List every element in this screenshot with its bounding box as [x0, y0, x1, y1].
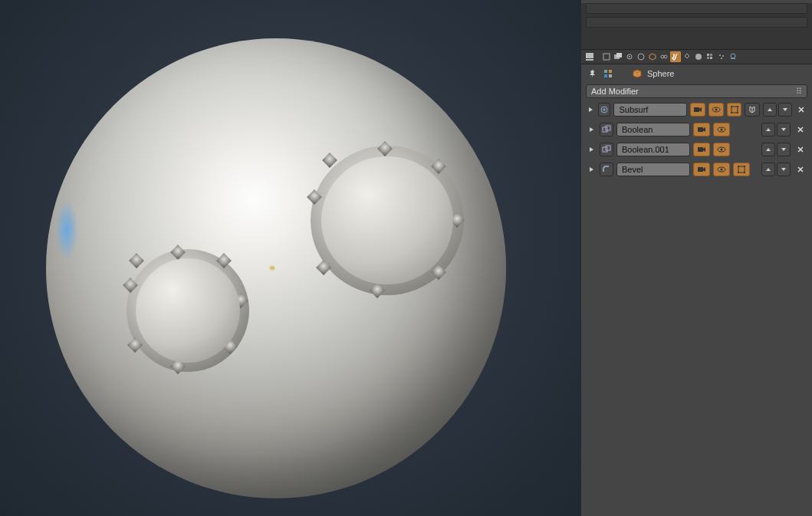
move-up-button[interactable]	[761, 143, 775, 156]
reflection-highlight	[55, 199, 78, 261]
modifier-name-field[interactable]: Boolean.001	[616, 143, 690, 156]
cage-toggle[interactable]	[745, 103, 760, 117]
mesh-cube-icon	[632, 68, 643, 79]
render-visibility-toggle[interactable]	[693, 163, 710, 176]
modifier-row-bevel: Bevel	[586, 161, 807, 178]
svg-rect-40	[698, 147, 703, 152]
viewport-3d[interactable]	[0, 0, 580, 516]
realtime-visibility-toggle[interactable]	[708, 103, 724, 117]
expand-toggle[interactable]	[586, 124, 597, 135]
tab-particles[interactable]	[716, 51, 727, 62]
context-breadcrumb: Sphere	[581, 64, 812, 83]
modifier-row-subsurf: Subsurf	[586, 101, 807, 118]
move-up-button[interactable]	[763, 103, 777, 117]
boolean-hole-left	[127, 249, 249, 372]
svg-point-42	[721, 149, 723, 151]
svg-rect-38	[603, 147, 607, 152]
tab-material[interactable]	[693, 51, 704, 62]
svg-rect-35	[698, 127, 703, 132]
modifier-row-boolean-001: Boolean.001	[586, 141, 807, 158]
svg-rect-39	[606, 146, 610, 150]
outliner-collapsed[interactable]	[581, 3, 812, 49]
move-up-button[interactable]	[761, 163, 775, 176]
svg-rect-0	[586, 53, 593, 58]
delete-modifier-button[interactable]	[795, 103, 807, 117]
svg-point-18	[731, 54, 735, 58]
svg-point-6	[629, 56, 630, 58]
svg-point-29	[731, 106, 732, 107]
svg-rect-43	[698, 167, 703, 172]
tab-physics[interactable]	[728, 51, 738, 62]
svg-rect-13	[707, 57, 709, 59]
modifier-name-field[interactable]: Bevel	[616, 163, 690, 176]
delete-modifier-button[interactable]	[794, 143, 807, 156]
tab-world[interactable]	[636, 51, 646, 62]
svg-rect-1	[586, 59, 593, 61]
editmode-visibility-toggle[interactable]	[733, 163, 750, 176]
properties-tabs	[581, 49, 812, 64]
add-modifier-dropdown[interactable]: Add Modifier ⠿	[586, 84, 807, 98]
svg-point-48	[744, 166, 745, 167]
svg-point-50	[744, 172, 745, 173]
svg-point-45	[721, 169, 723, 171]
render-visibility-toggle[interactable]	[693, 123, 710, 136]
modifier-stack: SubsurfBooleanBoolean.001Bevel	[581, 101, 812, 178]
svg-point-17	[721, 58, 722, 59]
svg-rect-11	[707, 54, 709, 56]
move-down-button[interactable]	[777, 123, 791, 136]
svg-point-32	[737, 112, 738, 113]
tab-scene[interactable]	[624, 51, 635, 62]
add-modifier-label: Add Modifier	[591, 87, 639, 96]
modifier-name-field[interactable]: Boolean	[616, 123, 690, 136]
tab-texture[interactable]	[705, 51, 715, 62]
svg-rect-22	[609, 74, 612, 77]
move-down-button[interactable]	[778, 103, 792, 117]
bevel-icon	[600, 163, 613, 176]
tab-render-layers[interactable]	[613, 51, 623, 62]
modifier-name-field[interactable]: Subsurf	[613, 103, 687, 117]
move-down-button[interactable]	[777, 163, 791, 176]
svg-point-16	[722, 55, 724, 57]
expand-toggle[interactable]	[586, 104, 595, 115]
tab-constraints[interactable]	[659, 51, 669, 62]
delete-modifier-button[interactable]	[794, 163, 807, 176]
svg-point-9	[664, 55, 667, 58]
svg-rect-14	[710, 57, 712, 59]
realtime-visibility-toggle[interactable]	[713, 123, 730, 136]
tab-object-data[interactable]	[682, 51, 692, 62]
svg-point-24	[603, 109, 606, 111]
move-up-button[interactable]	[761, 123, 775, 136]
render-visibility-toggle[interactable]	[690, 103, 705, 117]
modifier-row-boolean: Boolean	[586, 121, 807, 138]
boolean-icon	[600, 123, 613, 136]
svg-rect-19	[604, 70, 607, 73]
tab-render[interactable]	[601, 51, 612, 62]
subsurf-icon	[598, 103, 610, 117]
svg-point-47	[738, 166, 739, 167]
cursor-3d[interactable]	[270, 266, 275, 270]
tab-object[interactable]	[647, 51, 658, 62]
expand-toggle[interactable]	[586, 164, 597, 175]
svg-rect-2	[603, 54, 610, 60]
realtime-visibility-toggle[interactable]	[713, 143, 730, 156]
svg-point-10	[695, 54, 702, 60]
context-toggle-icon[interactable]	[603, 68, 613, 79]
expand-toggle[interactable]	[586, 144, 597, 155]
svg-rect-46	[738, 166, 745, 173]
render-visibility-toggle[interactable]	[693, 143, 710, 156]
editmode-visibility-toggle[interactable]	[727, 103, 742, 117]
tab-modifiers[interactable]	[670, 51, 681, 62]
realtime-visibility-toggle[interactable]	[713, 163, 730, 176]
delete-modifier-button[interactable]	[794, 123, 807, 136]
editor-type-icon[interactable]	[584, 51, 595, 62]
pin-icon[interactable]	[587, 68, 598, 79]
svg-rect-4	[616, 53, 622, 58]
svg-point-8	[661, 55, 664, 58]
svg-rect-21	[604, 74, 607, 77]
svg-point-15	[719, 54, 721, 56]
dropdown-icon: ⠿	[796, 87, 802, 97]
svg-rect-25	[694, 107, 699, 112]
move-down-button[interactable]	[777, 143, 791, 156]
svg-point-30	[737, 106, 738, 107]
svg-point-31	[731, 112, 732, 113]
